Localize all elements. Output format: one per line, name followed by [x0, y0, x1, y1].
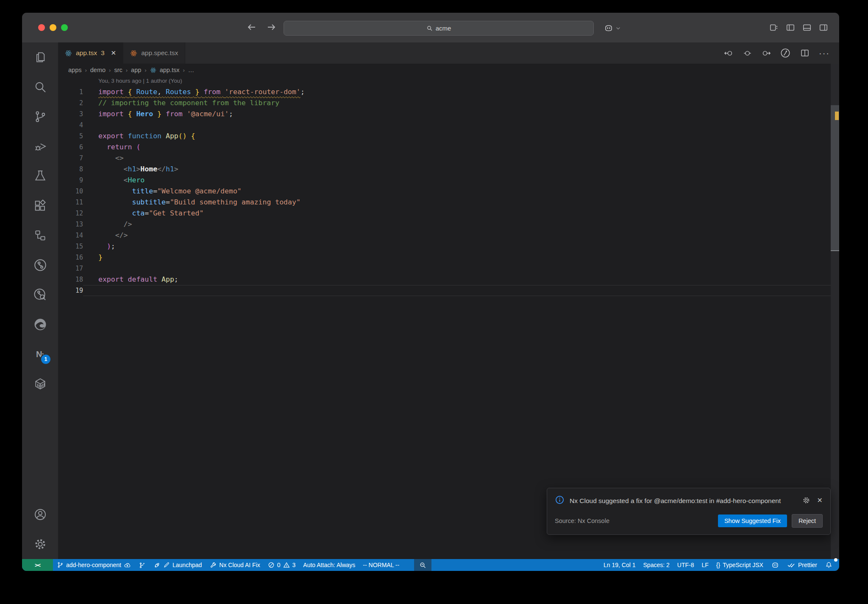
nav-back-icon[interactable]: [247, 22, 257, 32]
eol-status-item[interactable]: LF: [698, 559, 712, 571]
cloud-upload-icon: [124, 562, 131, 569]
formatter-status-item[interactable]: Prettier: [783, 559, 821, 571]
close-icon[interactable]: ✕: [111, 49, 117, 57]
breadcrumb-item[interactable]: demo: [90, 67, 106, 73]
search-icon[interactable]: [22, 72, 58, 102]
copilot-icon: [771, 561, 779, 569]
notification-toast: Nx Cloud suggested a fix for @acme/demo:…: [547, 488, 831, 535]
nav-back-circle-icon[interactable]: [724, 48, 734, 58]
breadcrumb-item[interactable]: app: [131, 67, 141, 73]
problems-status-item[interactable]: 0 3: [264, 559, 300, 571]
code-line[interactable]: 6 return (: [58, 142, 839, 153]
rocket-icon: [153, 562, 161, 569]
code-line[interactable]: 10 title="Welcmoe @acme/demo": [58, 186, 839, 197]
status-bar: >< add-hero-component: [22, 559, 839, 571]
code-line[interactable]: 1import { Route, Routes } from 'react-ro…: [58, 87, 839, 98]
code-line[interactable]: 11 subtitle="Build something amazing tod…: [58, 197, 839, 208]
code-line[interactable]: 5export function App() {: [58, 131, 839, 142]
testing-icon[interactable]: [22, 161, 58, 191]
close-window-button[interactable]: [38, 24, 45, 31]
launchpad-status-item[interactable]: Launchpad: [150, 559, 206, 571]
toggle-secondary-sidebar-icon[interactable]: [819, 23, 828, 32]
code-line[interactable]: 16}: [58, 252, 839, 263]
chevron-down-icon[interactable]: [615, 25, 621, 31]
more-actions-icon[interactable]: ···: [819, 51, 830, 55]
breadcrumb-item[interactable]: src: [114, 67, 122, 73]
split-editor-icon[interactable]: [800, 48, 810, 58]
nav-forward-icon[interactable]: [266, 22, 276, 32]
minimize-window-button[interactable]: [50, 24, 56, 31]
tab-problems-badge: 3: [101, 49, 105, 57]
tab-bar: app.tsx 3 ✕ app.spec.tsx: [58, 42, 839, 64]
copilot-icon[interactable]: [604, 23, 614, 33]
cursor-position-status-item[interactable]: Ln 19, Col 1: [600, 559, 640, 571]
language-status-item[interactable]: {} TypeScript JSX: [712, 559, 767, 571]
overview-warning-marker: [835, 112, 839, 120]
code-line[interactable]: 12 cta="Get Started": [58, 208, 839, 219]
git-blame-annotation: You, 3 hours ago | 1 author (You): [58, 76, 839, 87]
code-line[interactable]: 3import { Hero } from '@acme/ui';: [58, 109, 839, 120]
copilot-status-item[interactable]: [767, 559, 783, 571]
code-line[interactable]: 2// importing the component from the lib…: [58, 98, 839, 109]
breadcrumb-item[interactable]: app.tsx: [160, 67, 180, 73]
breadcrumb-item[interactable]: apps: [68, 67, 81, 73]
nav-location-icon[interactable]: [743, 48, 752, 58]
edge-browser-icon[interactable]: [22, 310, 58, 339]
search-icon: [426, 25, 433, 31]
gear-icon[interactable]: [802, 496, 810, 504]
settings-gear-icon[interactable]: [22, 529, 58, 559]
nav-forward-circle-icon[interactable]: [761, 48, 771, 58]
close-icon[interactable]: ✕: [817, 496, 823, 504]
customize-layout-icon[interactable]: [769, 23, 779, 32]
activity-bar: N› 1: [22, 42, 58, 559]
error-icon: [268, 562, 275, 568]
code-line[interactable]: 7 <>: [58, 153, 839, 164]
git-graph-status-item[interactable]: [135, 559, 150, 571]
source-control-graph-icon[interactable]: [780, 48, 791, 59]
scrollbar-thumb[interactable]: [831, 105, 839, 251]
branch-sparkle-icon: [139, 562, 146, 569]
run-debug-icon[interactable]: [22, 131, 58, 161]
hierarchy-icon[interactable]: [22, 221, 58, 250]
tab-app-spec-tsx[interactable]: app.spec.tsx: [123, 42, 185, 64]
code-line[interactable]: 13 />: [58, 219, 839, 230]
show-suggested-fix-button[interactable]: Show Suggested Fix: [718, 515, 787, 527]
tab-app-tsx[interactable]: app.tsx 3 ✕: [58, 42, 123, 64]
git-graph-icon[interactable]: [22, 250, 58, 280]
indentation-status-item[interactable]: Spaces: 2: [640, 559, 673, 571]
toggle-panel-icon[interactable]: [802, 23, 812, 32]
vim-mode-status-item[interactable]: -- NORMAL --: [359, 559, 403, 571]
nx-badge: 1: [40, 354, 51, 365]
command-center-search[interactable]: acme: [284, 21, 594, 36]
zoom-window-button[interactable]: [61, 24, 68, 31]
encoding-status-item[interactable]: UTF-8: [673, 559, 698, 571]
reject-button[interactable]: Reject: [792, 514, 823, 528]
nx-console-icon[interactable]: N› 1: [22, 339, 58, 369]
code-line[interactable]: 8 <h1>Home</h1>: [58, 164, 839, 175]
explorer-icon[interactable]: [22, 42, 58, 72]
notifications-bell[interactable]: [821, 559, 837, 571]
info-icon: [555, 495, 565, 505]
vscode-window: acme: [22, 13, 839, 571]
remote-indicator[interactable]: ><: [22, 559, 53, 571]
code-line[interactable]: 17: [58, 263, 839, 274]
code-line[interactable]: 4: [58, 120, 839, 131]
nx-cloud-fix-status-item[interactable]: Nx Cloud AI Fix: [206, 559, 264, 571]
source-control-icon[interactable]: [22, 102, 58, 131]
auto-attach-status-item[interactable]: Auto Attach: Always: [299, 559, 359, 571]
account-icon[interactable]: [22, 500, 58, 529]
code-line[interactable]: 15 );: [58, 241, 839, 252]
zoom-status-item[interactable]: [414, 559, 431, 571]
code-line[interactable]: 14 </>: [58, 230, 839, 241]
branch-status-item[interactable]: add-hero-component: [53, 559, 135, 571]
scrollbar-track[interactable]: [831, 64, 839, 559]
code-line[interactable]: 19: [58, 285, 839, 296]
code-line[interactable]: 9 <Hero: [58, 175, 839, 186]
commit-search-icon[interactable]: [22, 280, 58, 310]
bell-icon: [825, 561, 833, 569]
extensions-icon[interactable]: [22, 191, 58, 221]
toggle-sidebar-icon[interactable]: [786, 23, 795, 32]
container-icon[interactable]: [22, 369, 58, 399]
code-line[interactable]: 18export default App;: [58, 274, 839, 285]
breadcrumb-item[interactable]: …: [188, 67, 195, 73]
